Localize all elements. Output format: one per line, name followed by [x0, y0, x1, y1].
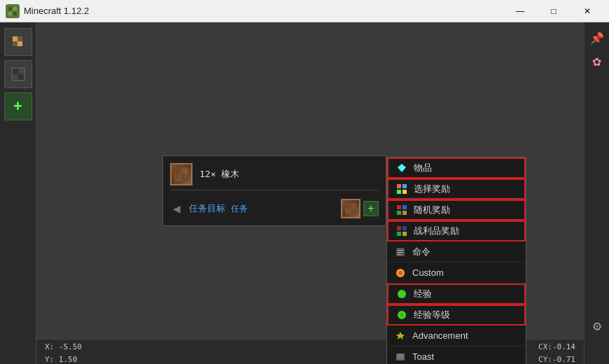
svg-rect-21 [351, 209, 356, 214]
toast-icon [394, 351, 407, 363]
svg-rect-8 [18, 41, 22, 46]
flower-button[interactable]: ✿ [587, 52, 607, 71]
quest-label: 任务目标 [189, 202, 225, 215]
svg-rect-46 [398, 355, 403, 356]
svg-rect-25 [397, 190, 401, 194]
coords-left: X: -5.50 Y: 1.50 [45, 340, 82, 365]
svg-rect-1 [8, 7, 12, 10]
menu-item-label: 选择奖励 [414, 183, 450, 195]
custom-icon [394, 267, 407, 279]
svg-rect-30 [402, 211, 407, 215]
dropdown-menu: 物品 选择奖励 随机奖励 战利品奖励命令Custom经验经验等级Advancem… [386, 157, 526, 364]
maximize-button[interactable]: □ [538, 0, 570, 22]
svg-rect-31 [397, 226, 401, 230]
menu-item-toast[interactable]: Toast [387, 346, 526, 364]
svg-rect-3 [8, 12, 12, 15]
svg-rect-23 [397, 184, 401, 188]
toolbar-brush[interactable] [4, 28, 32, 56]
svg-rect-37 [398, 252, 403, 253]
svg-rect-2 [13, 7, 17, 10]
add-item-button[interactable]: + [363, 201, 379, 216]
menu-item-random-reward[interactable]: 随机奖励 [387, 200, 526, 220]
item-count: 12× 橡木 [200, 168, 239, 181]
svg-marker-44 [396, 332, 405, 340]
coords-right: CX:-0.14 CY:-0.71 [538, 340, 575, 365]
toolbar-block[interactable] [4, 60, 32, 88]
grid-icon [396, 183, 408, 195]
svg-rect-20 [345, 203, 351, 209]
svg-point-40 [398, 271, 402, 275]
left-toolbar: + [0, 22, 36, 364]
close-button[interactable]: ✕ [571, 0, 603, 22]
toolbar-add[interactable]: + [4, 92, 32, 120]
grid-color-icon [396, 204, 408, 216]
svg-rect-28 [402, 205, 407, 209]
svg-rect-34 [402, 232, 407, 236]
quest-row-bottom: ◀ 任务目标 任务 + [170, 196, 379, 218]
quest-row-top: 12× 橡木 [170, 163, 379, 190]
game-area: + 12× 橡木 ◀ [0, 22, 609, 364]
svg-rect-36 [398, 250, 403, 251]
menu-item-label: Advancement [412, 330, 468, 341]
svg-rect-13 [18, 74, 24, 80]
menu-item-label: 随机奖励 [414, 204, 450, 216]
svg-point-43 [400, 314, 403, 316]
svg-rect-5 [13, 36, 18, 41]
svg-rect-38 [398, 254, 401, 255]
y-coord: Y: 1.50 [45, 355, 77, 364]
menu-item-label: Custom [412, 267, 444, 278]
svg-marker-22 [398, 164, 406, 172]
window-title: Minecraft 1.12.2 [24, 6, 89, 16]
svg-rect-32 [402, 226, 407, 230]
prev-arrow[interactable]: ◀ [170, 200, 183, 217]
task-label: 任务 [231, 203, 248, 215]
x-coord: X: -5.50 [45, 342, 82, 351]
svg-rect-6 [18, 36, 22, 41]
menu-item-loot-reward[interactable]: 战利品奖励 [387, 220, 526, 241]
diamond-icon [396, 162, 408, 174]
svg-rect-4 [13, 12, 17, 15]
svg-rect-17 [176, 169, 178, 179]
wood-item-icon [170, 163, 192, 186]
menu-item-label: 战利品奖励 [414, 225, 459, 237]
menu-item-exp[interactable]: 经验 [387, 284, 526, 304]
svg-rect-33 [397, 232, 401, 236]
menu-item-custom[interactable]: Custom [387, 262, 526, 284]
cy-coord: CY:-0.71 [538, 355, 575, 364]
svg-rect-29 [397, 211, 401, 215]
svg-rect-24 [402, 184, 407, 188]
settings-button[interactable]: ⚙ [587, 316, 607, 336]
add-item-box: + [341, 199, 379, 218]
svg-rect-7 [13, 41, 18, 46]
minimize-button[interactable]: — [504, 0, 536, 22]
menu-item-label: 经验 [414, 288, 432, 300]
svg-rect-47 [398, 357, 403, 358]
menu-item-item[interactable]: 物品 [387, 158, 526, 178]
title-bar-left: Minecraft 1.12.2 [6, 4, 89, 18]
svg-rect-11 [18, 69, 24, 74]
scroll-icon [394, 246, 407, 258]
svg-point-41 [398, 290, 406, 298]
right-toolbar: 📌 ✿ ⚙ [584, 22, 609, 364]
small-wood-icon [341, 199, 360, 218]
menu-item-label: 经验等级 [414, 309, 450, 321]
content-area: 12× 橡木 ◀ 任务目标 任务 + [36, 22, 584, 339]
svg-rect-26 [402, 190, 407, 194]
pin-button[interactable]: 📌 [587, 28, 607, 48]
menu-item-command[interactable]: 命令 [387, 241, 526, 262]
level-icon [396, 309, 408, 321]
window-controls: — □ ✕ [504, 0, 603, 22]
menu-item-advancement[interactable]: Advancement [387, 326, 526, 346]
menu-item-label: 命令 [412, 246, 430, 258]
title-bar: Minecraft 1.12.2 — □ ✕ [0, 0, 609, 22]
menu-item-select-reward[interactable]: 选择奖励 [387, 178, 526, 200]
svg-rect-27 [397, 205, 401, 209]
menu-item-label: 物品 [414, 162, 432, 174]
svg-rect-12 [13, 74, 18, 80]
exp-icon [396, 288, 408, 300]
menu-item-label: Toast [412, 351, 434, 362]
app-icon [6, 4, 20, 18]
quest-panel: 12× 橡木 ◀ 任务目标 任务 + [162, 155, 386, 226]
cx-coord: CX:-0.14 [538, 342, 575, 351]
menu-item-exp-level[interactable]: 经验等级 [387, 304, 526, 326]
